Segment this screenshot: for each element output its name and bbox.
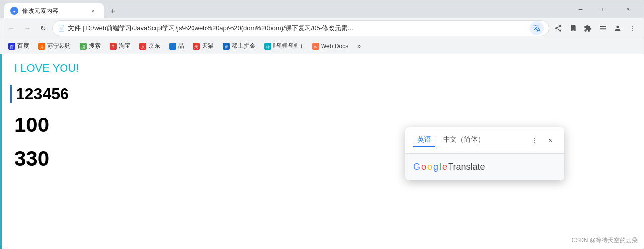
tab-bar: ● 修改元素内容 × + (4, 0, 567, 18)
toolbar-actions: ⋮ (551, 21, 640, 35)
share-button[interactable] (551, 21, 565, 35)
bookmark-tmall[interactable]: 天 天猫 (189, 40, 218, 52)
svg-text:哔: 哔 (266, 45, 270, 48)
address-bar[interactable]: 📄 文件 | D:/web前端学习/JavaScrpt学习/js%20web%2… (52, 20, 549, 36)
logo-e: e (442, 162, 447, 172)
translate-popup: 英语 中文（简体） ⋮ × Google Translate (405, 127, 564, 180)
logo-o2: o (427, 162, 432, 172)
content-area: I LOVE YOU! 123456 100 330 CSDN @等待天空的云朵… (0, 54, 644, 249)
extensions-button[interactable] (581, 21, 595, 35)
tab-close-button[interactable]: × (89, 6, 98, 15)
svg-text:●: ● (13, 9, 16, 14)
bookmark-bilibili[interactable]: 哔 哔哩哔哩（ (260, 40, 307, 52)
translate-popup-body: Google Translate (405, 154, 564, 180)
profile-button[interactable] (611, 21, 625, 35)
logo-g: G (413, 162, 420, 172)
tab-title: 修改元素内容 (22, 7, 85, 15)
translate-tab-english[interactable]: 英语 (413, 133, 435, 147)
svg-text:搜: 搜 (81, 44, 85, 49)
svg-text:T: T (112, 45, 115, 48)
active-tab[interactable]: ● 修改元素内容 × (4, 3, 104, 18)
bookmark-suning[interactable]: 苏 苏宁易购 (34, 40, 75, 52)
menu-button[interactable]: ⋮ (626, 21, 640, 35)
translate-more-button[interactable]: ⋮ (528, 134, 540, 146)
svg-text:W: W (314, 45, 318, 48)
reload-button[interactable]: ↻ (36, 21, 50, 35)
minimize-button[interactable]: ─ (569, 1, 592, 17)
svg-text:稀: 稀 (225, 45, 228, 48)
bookmark-more[interactable]: » (353, 41, 365, 52)
new-tab-button[interactable]: + (106, 4, 120, 18)
svg-rect-12 (169, 43, 176, 50)
translate-label: Translate (448, 162, 485, 172)
num1-text: 123456 (10, 85, 634, 103)
maximize-button[interactable]: □ (593, 1, 616, 17)
logo-g2: g (433, 162, 438, 172)
forward-button[interactable]: → (20, 21, 34, 35)
back-button[interactable]: ← (4, 21, 18, 35)
translate-tab-chinese[interactable]: 中文（简体） (439, 133, 489, 147)
svg-text:百: 百 (10, 44, 14, 49)
tab-favicon: ● (10, 7, 18, 15)
bookmarks-bar: 百 百度 苏 苏宁易购 搜 搜索 T 淘宝 京 京东 品 天 天猫 稀 稀土掘 (0, 38, 644, 54)
logo-l: l (439, 162, 441, 172)
window-close-button[interactable]: × (617, 1, 640, 17)
sidebar-button[interactable] (596, 21, 610, 35)
bookmark-pin[interactable]: 品 (165, 40, 188, 52)
logo-o1: o (421, 162, 426, 172)
window-controls: ─ □ × (569, 1, 640, 17)
svg-text:天: 天 (194, 44, 198, 49)
bookmark-button[interactable] (566, 21, 580, 35)
bookmark-taobao[interactable]: T 淘宝 (106, 40, 134, 52)
address-text: 文件 | D:/web前端学习/JavaScrpt学习/js%20web%20a… (68, 24, 527, 33)
bookmark-webdocs[interactable]: W Web Docs (308, 41, 352, 52)
bookmark-jd[interactable]: 京 京东 (135, 40, 164, 52)
translate-header-actions: ⋮ × (528, 134, 556, 146)
bookmark-baidu[interactable]: 百 百度 (4, 40, 33, 52)
bookmark-juejin[interactable]: 稀 稀土掘金 (219, 40, 259, 52)
translate-close-button[interactable]: × (544, 134, 556, 146)
google-translate-logo[interactable]: Google Translate (413, 162, 556, 172)
love-text: I LOVE YOU! (10, 62, 634, 75)
translate-popup-header: 英语 中文（简体） ⋮ × (405, 127, 564, 154)
translate-page-button[interactable] (530, 21, 544, 35)
bookmark-search[interactable]: 搜 搜索 (76, 40, 105, 52)
browser-window: ● 修改元素内容 × + ─ □ × ← → ↻ 📄 文件 | D:/web前端… (0, 0, 644, 249)
title-bar: ● 修改元素内容 × + ─ □ × (0, 0, 644, 18)
left-accent-bar (0, 54, 2, 249)
footer-credit: CSDN @等待天空的云朵 (571, 236, 638, 245)
svg-text:京: 京 (141, 45, 145, 48)
svg-text:苏: 苏 (40, 45, 44, 48)
toolbar: ← → ↻ 📄 文件 | D:/web前端学习/JavaScrpt学习/js%2… (0, 18, 644, 38)
address-icon: 📄 (58, 25, 65, 32)
